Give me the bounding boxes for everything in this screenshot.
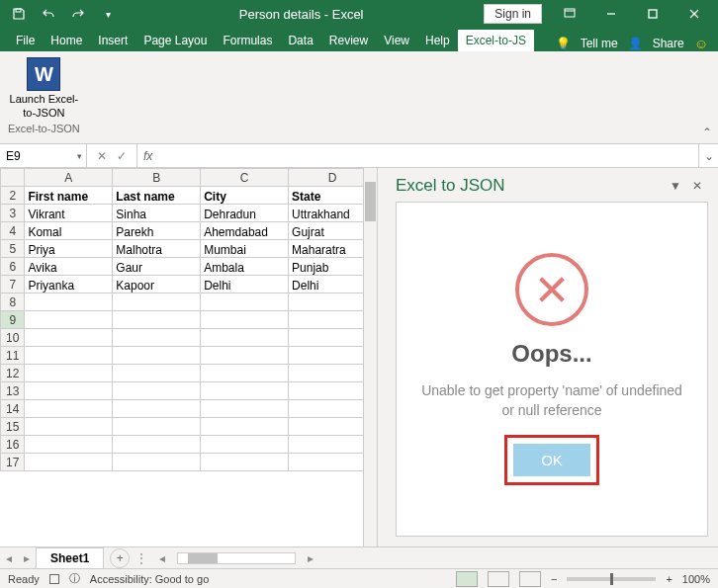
row-header[interactable]: 7 [1,276,25,294]
col-header[interactable]: C [201,169,289,187]
cell[interactable] [113,400,201,418]
cell[interactable]: Malhotra [113,240,201,258]
page-break-view-icon[interactable] [519,571,541,587]
tab-excel-to-js[interactable]: Excel-to-JS [458,30,534,51]
redo-icon[interactable] [67,3,89,25]
cell[interactable] [25,436,113,454]
cell[interactable]: Parekh [113,222,201,240]
cell[interactable] [201,382,289,400]
cell[interactable]: Kapoor [113,276,201,294]
normal-view-icon[interactable] [456,571,478,587]
cell[interactable]: Komal [25,222,113,240]
tab-help[interactable]: Help [417,30,458,51]
row-header[interactable]: 14 [1,400,25,418]
tab-review[interactable]: Review [321,30,376,51]
tab-file[interactable]: File [8,30,43,51]
row-header[interactable]: 4 [1,222,25,240]
tab-home[interactable]: Home [43,30,90,51]
row-header[interactable]: 12 [1,365,25,382]
zoom-out-icon[interactable]: − [551,573,557,585]
accept-formula-icon[interactable]: ✓ [117,149,127,163]
cell[interactable]: Dehradun [201,205,289,222]
cell[interactable] [25,347,113,365]
name-box[interactable]: E9 [0,144,87,167]
add-sheet-icon[interactable]: + [110,548,130,568]
horizontal-scrollbar[interactable] [177,552,296,564]
collapse-ribbon-icon[interactable]: ⌃ [702,126,712,139]
ribbon-group-launch[interactable]: W Launch Excel- to-JSON Excel-to-JSON [8,57,80,137]
row-header[interactable]: 17 [1,454,25,471]
close-icon[interactable] [674,0,714,28]
tab-insert[interactable]: Insert [90,30,135,51]
row-header[interactable]: 3 [1,205,25,222]
row-header[interactable]: 2 [1,187,25,205]
row-header[interactable]: 6 [1,258,25,276]
taskpane-close-icon[interactable]: ✕ [686,179,708,193]
cell[interactable] [201,400,289,418]
cell[interactable] [201,294,289,311]
cell[interactable] [201,311,289,329]
cell[interactable] [113,382,201,400]
cell[interactable] [25,329,113,347]
cell[interactable] [113,418,201,436]
accessibility-icon[interactable]: ⓘ [69,571,80,586]
feedback-icon[interactable]: ☺ [694,36,708,51]
cell[interactable] [113,311,201,329]
row-header[interactable]: 5 [1,240,25,258]
cell[interactable] [25,400,113,418]
cell[interactable] [113,294,201,311]
cell[interactable] [25,454,113,471]
save-icon[interactable] [8,3,30,25]
qat-customize-icon[interactable]: ▾ [97,3,119,25]
row-header[interactable]: 9 [1,311,25,329]
cell[interactable]: Priyanka [25,276,113,294]
cell[interactable] [113,347,201,365]
spreadsheet-grid[interactable]: ABCD2First nameLast nameCityState3Vikran… [0,168,377,546]
cell[interactable] [201,454,289,471]
cell[interactable] [201,436,289,454]
cell[interactable]: Ambala [201,258,289,276]
cell[interactable] [113,436,201,454]
undo-icon[interactable] [38,3,59,25]
tab-data[interactable]: Data [280,30,320,51]
maximize-icon[interactable] [633,0,673,28]
share-button[interactable]: Share [653,37,684,50]
col-header[interactable]: A [25,169,113,187]
cell[interactable] [201,365,289,382]
cell[interactable] [25,311,113,329]
row-header[interactable]: 11 [1,347,25,365]
zoom-slider[interactable] [567,577,656,581]
lightbulb-icon[interactable]: 💡 [556,37,571,50]
cell[interactable]: Priya [25,240,113,258]
col-header[interactable]: B [113,169,201,187]
row-header[interactable]: 13 [1,382,25,400]
row-header[interactable]: 10 [1,329,25,347]
tab-view[interactable]: View [376,30,417,51]
cell[interactable]: Sinha [113,205,201,222]
sheet-nav-next-icon[interactable]: ▸ [18,551,36,565]
vertical-scrollbar[interactable] [363,168,377,546]
cell[interactable]: First name [25,187,113,205]
tellme[interactable]: Tell me [581,37,618,50]
macro-record-icon[interactable] [49,574,59,584]
row-header[interactable]: 8 [1,294,25,311]
signin-button[interactable]: Sign in [484,4,542,24]
formula-input[interactable] [158,144,698,167]
cell[interactable] [113,329,201,347]
cell[interactable]: Mumbai [201,240,289,258]
cell[interactable] [201,329,289,347]
cell[interactable] [201,347,289,365]
select-all[interactable] [1,169,25,187]
cell[interactable] [201,418,289,436]
hscroll-right-icon[interactable]: ▸ [302,551,319,565]
fx-icon[interactable]: fx [137,144,158,167]
page-layout-view-icon[interactable] [488,571,509,587]
cancel-formula-icon[interactable]: ✕ [97,149,107,163]
cell[interactable]: City [201,187,289,205]
hscroll-left-icon[interactable]: ◂ [153,551,171,565]
sheet-nav-prev-icon[interactable]: ◂ [0,551,18,565]
expand-formula-icon[interactable]: ⌄ [698,144,718,167]
cell[interactable]: Ahemdabad [201,222,289,240]
taskpane-menu-icon[interactable]: ▼ [665,179,686,193]
tab-page-layou[interactable]: Page Layou [135,30,215,51]
